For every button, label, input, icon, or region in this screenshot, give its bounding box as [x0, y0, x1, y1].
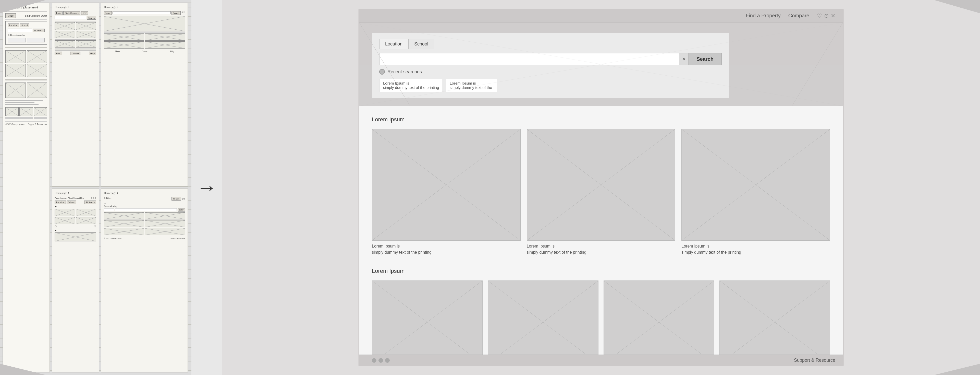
recent-item-1[interactable]: Lorem Ipsum is simply dummy text of the	[446, 79, 497, 92]
card-s1-1-text: Lorem Ipsum is simply dummy text of the …	[527, 243, 676, 255]
recent-label: Recent searches	[387, 69, 422, 75]
dot-1	[372, 358, 376, 363]
process-arrow: →	[197, 176, 217, 199]
section2-title: Lorem Ipsum	[372, 268, 830, 274]
wf-recent-items: Lorem Ipsum is simply dummy text of the …	[379, 79, 722, 92]
close-icon[interactable]: ✕	[831, 13, 835, 19]
recent-item-1-line1: Lorem Ipsum is	[450, 81, 493, 85]
tab-school[interactable]: School	[408, 39, 434, 49]
sketch3-searchbtn: ⊞ Search	[84, 201, 96, 204]
sketch3-school: School	[67, 201, 76, 204]
sketch1-prev: Prev	[55, 52, 62, 55]
sketch1-logo: Logo	[55, 11, 62, 15]
search-clear-button[interactable]: ✕	[679, 53, 689, 65]
sketch-homepage3: Homepage 3 Photo Compare About Contact H…	[52, 188, 99, 372]
card-s2-1-image	[488, 281, 598, 354]
card-s2-3: Lorem Ipsum is simply dummy text of the …	[719, 281, 830, 354]
card-s2-0: Lorem Ipsum is simply dummy text of the …	[372, 281, 483, 354]
card-s2-3-image	[719, 281, 830, 354]
sketches-panel: Homepage 1 Logo Find+Compare ♡♡ Search P…	[0, 0, 191, 375]
sketch1-title: Homepage 1	[55, 5, 96, 8]
sketch1-nav2: ♡♡	[81, 11, 88, 15]
sketch1-help: Help	[89, 52, 97, 55]
sketch3-title: Homepage 3	[55, 191, 96, 195]
sketch3-location: Location	[55, 201, 66, 204]
user-icon[interactable]: ⊙	[824, 13, 829, 19]
card-s1-2: Lorem Ipsum is simply dummy text of the …	[681, 129, 830, 255]
wf-bottombar: Support & Resource	[359, 354, 843, 366]
nav-compare[interactable]: Compare	[788, 13, 809, 19]
nav-find-property[interactable]: Find a Property	[746, 13, 781, 19]
sketch1-nav1: Find+Compare	[63, 11, 80, 15]
search-button[interactable]: Search	[689, 53, 722, 65]
sketch5-searchbtn: ⊞ Search	[33, 29, 45, 32]
arrow-section: →	[191, 0, 222, 375]
card-s1-2-text: Lorem Ipsum is simply dummy text of the …	[681, 243, 830, 255]
sketch-homepage2: Homepage 2 Logo Search ⚙♡ AboutContactHe…	[101, 3, 188, 187]
card-s2-1: Lorem Ipsum is simply dummy text of the …	[488, 281, 598, 354]
sketch5-location: Location	[8, 24, 19, 27]
card-s1-1-image	[527, 129, 676, 241]
wf-card-grid-section1: Lorem Ipsum is simply dummy text of the …	[372, 129, 830, 255]
wf-search-row: ✕ Search	[379, 53, 722, 65]
wf-card-grid-section2: Lorem Ipsum is simply dummy text of the …	[372, 281, 830, 354]
wf-section-1: Lorem Ipsum Lorem Ipsum is simply dummy …	[372, 116, 830, 255]
recent-item-0-line2: simply dummy text of the printing	[383, 85, 439, 90]
sketch5-title: Homepage 5 (Summary)	[5, 5, 47, 10]
dot-2	[379, 358, 383, 363]
card-s1-1: Lorem Ipsum is simply dummy text of the …	[527, 129, 676, 255]
sketch-homepage4: Homepage 4 ⊙ Filters ⊙ Sort ⊙⊙ ★ Recent …	[101, 188, 188, 372]
bottom-support-label[interactable]: Support & Resource	[794, 357, 835, 363]
recent-icon	[379, 69, 385, 75]
wf-hero: Location School ✕ Search Recent searches	[359, 22, 843, 106]
recent-item-0[interactable]: Lorem Ipsum is simply dummy text of the …	[379, 79, 443, 92]
wf-topbar: Find a Property Compare ♡ ⊙ ✕	[359, 9, 843, 22]
search-input[interactable]	[379, 53, 679, 65]
sketch4-title: Homepage 4	[104, 191, 185, 195]
card-s2-2: Lorem Ipsum is simply dummy text of the …	[604, 281, 714, 354]
sketch5-logo: Logo	[5, 13, 16, 18]
svg-line-65	[792, 22, 843, 106]
wireframe-window: Find a Property Compare ♡ ⊙ ✕ Location	[359, 9, 843, 366]
sketch-homepage1: Homepage 1 Logo Find+Compare ♡♡ Search P…	[52, 3, 99, 187]
wf-search-tabs: Location School	[379, 39, 722, 49]
sketch5-school: School	[20, 24, 29, 27]
wf-bottom-dots	[372, 358, 390, 363]
dot-3	[385, 358, 390, 363]
tab-location[interactable]: Location	[379, 39, 408, 49]
card-s2-2-image	[604, 281, 714, 354]
recent-item-0-line1: Lorem Ipsum is	[383, 81, 439, 85]
card-s1-0-image	[372, 129, 520, 241]
sketch-homepage5: Homepage 5 (Summary) Logo Find Compare ⊙…	[3, 3, 50, 372]
card-s2-0-image	[372, 281, 483, 354]
card-s1-0-text: Lorem Ipsum is simply dummy text of the …	[372, 243, 520, 255]
sketch1-contact: Contact	[70, 52, 80, 55]
heart-icon[interactable]: ♡	[817, 13, 822, 19]
wf-hero-search-box: Location School ✕ Search Recent searches	[372, 33, 729, 98]
wireframe-panel: Find a Property Compare ♡ ⊙ ✕ Location	[222, 0, 980, 375]
card-s1-0: Lorem Ipsum is simply dummy text of the …	[372, 129, 520, 255]
section1-title: Lorem Ipsum	[372, 116, 830, 123]
sketch2-title: Homepage 2	[104, 5, 185, 8]
wf-section-2: Lorem Ipsum Lorem Ipsum is simply dummy …	[372, 268, 830, 354]
sketch2-logo: Logo	[104, 11, 112, 15]
card-s1-2-image	[681, 129, 830, 241]
recent-item-1-line2: simply dummy text of the	[450, 85, 493, 90]
sketch1-search: Search	[87, 16, 97, 20]
wf-content: Lorem Ipsum Lorem Ipsum is simply dummy …	[359, 106, 843, 354]
sketch4-search: ⊙ Sort	[172, 197, 181, 201]
wf-recent-row: Recent searches	[379, 69, 722, 75]
sketch2-search: Search	[172, 11, 181, 15]
sketch4-filter: Filter	[178, 208, 185, 212]
